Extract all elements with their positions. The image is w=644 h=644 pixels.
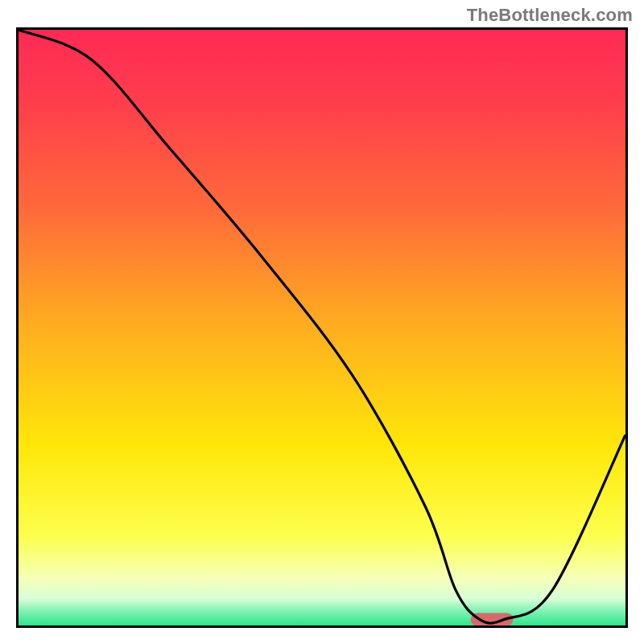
bottleneck-chart bbox=[19, 30, 625, 625]
plot-frame bbox=[16, 27, 628, 628]
watermark-text: TheBottleneck.com bbox=[467, 5, 633, 26]
gradient-background bbox=[19, 30, 625, 625]
chart-container: TheBottleneck.com bbox=[0, 0, 644, 644]
